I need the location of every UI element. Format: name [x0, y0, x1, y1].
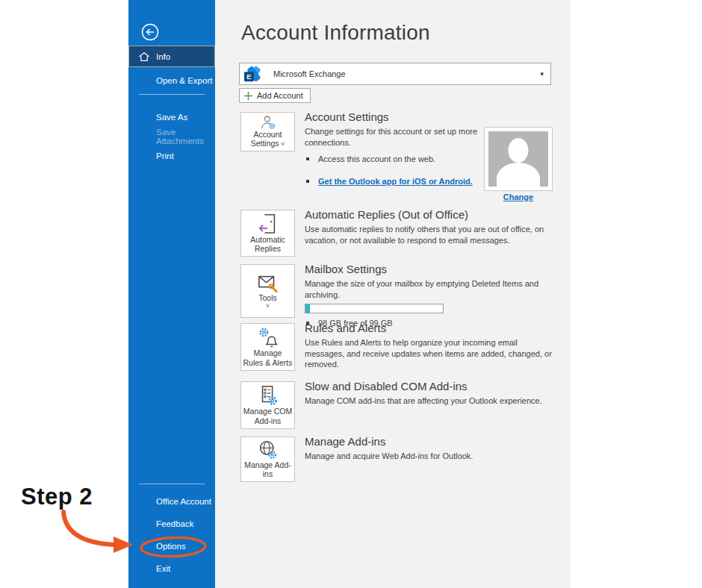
storage-progress-fill [305, 304, 310, 313]
annotation-arrow-icon [52, 509, 138, 557]
manage-addins-button[interactable]: Manage Add-ins [240, 437, 295, 482]
plus-icon [244, 92, 252, 100]
exchange-logo-icon: E [243, 65, 263, 83]
account-settings-button[interactable]: Account Settings ˅ [240, 112, 295, 151]
svg-text:E: E [246, 73, 251, 81]
rules-alerts-icon [257, 326, 279, 348]
section-body: Use automatic replies to notify others t… [305, 224, 559, 245]
chevron-down-icon: ˅ [266, 303, 270, 310]
section-body: Change settings for this account or set … [305, 126, 482, 148]
section-heading: Account Settings [305, 110, 482, 123]
card-label: Tools [258, 293, 277, 303]
sidebar-item-save-as[interactable]: Save As [128, 108, 215, 126]
chevron-down-icon: ˅ [279, 140, 285, 148]
web-addins-icon [257, 440, 279, 460]
sidebar-item-exit[interactable]: Exit [128, 560, 215, 578]
home-icon [138, 51, 150, 62]
automatic-replies-icon [257, 213, 279, 235]
sidebar-item-label: Open & Export [156, 76, 212, 85]
mailbox-storage-bar [305, 304, 444, 313]
account-dropdown-value: Microsoft Exchange [273, 69, 346, 78]
automatic-replies-button[interactable]: Automatic Replies [240, 210, 295, 257]
square-bullet-icon [306, 180, 309, 183]
manage-com-addins-button[interactable]: Manage COM Add-ins [240, 381, 295, 429]
bullet-item: Access this account on the web. [305, 154, 482, 163]
get-outlook-app-link[interactable]: Get the Outlook app for iOS or Android. [318, 177, 473, 186]
sidebar-item-label: Options [156, 542, 186, 551]
section-heading: Mailbox Settings [305, 263, 559, 275]
change-photo-link[interactable]: Change [503, 193, 533, 201]
sidebar-item-label: Save As [156, 113, 187, 122]
page-title: Account Information [241, 21, 430, 45]
sidebar-item-feedback[interactable]: Feedback [128, 515, 215, 533]
square-bullet-icon [306, 157, 309, 160]
backstage-content: Account Information E Microsoft Exchange… [215, 0, 571, 588]
section-heading: Rules and Alerts [305, 322, 559, 334]
sidebar-item-label: Exit [156, 564, 170, 573]
backstage-sidebar: Info Open & Export Save As Save Attachme… [128, 0, 215, 588]
manage-rules-alerts-button[interactable]: Manage Rules & Alerts [240, 323, 295, 371]
section-heading: Slow and Disabled COM Add-ins [305, 380, 559, 392]
account-settings-icon [256, 115, 280, 130]
avatar [488, 131, 548, 187]
step-annotation-label: Step 2 [21, 484, 93, 510]
mailbox-tools-icon [256, 272, 280, 293]
sidebar-item-label: Print [156, 151, 174, 160]
card-label: Automatic Replies [243, 235, 293, 254]
sidebar-item-print[interactable]: Print [128, 147, 215, 165]
section-heading: Manage Add-ins [305, 435, 559, 448]
sidebar-divider [139, 484, 205, 484]
card-label: Account Settings [251, 130, 282, 148]
tools-button[interactable]: Tools ˅ [240, 264, 295, 318]
profile-photo [484, 127, 553, 191]
sidebar-item-label: Feedback [156, 519, 194, 528]
section-heading: Automatic Replies (Out of Office) [305, 208, 559, 221]
back-button[interactable] [140, 22, 160, 42]
sidebar-item-open-export[interactable]: Open & Export [128, 72, 215, 90]
dropdown-caret-icon: ▾ [540, 70, 544, 78]
card-label: Manage Add-ins [243, 460, 293, 479]
account-selector-dropdown[interactable]: E Microsoft Exchange ▾ [239, 63, 551, 85]
section-body: Manage the size of your mailbox by empty… [305, 278, 559, 300]
com-addins-icon [257, 384, 279, 407]
sidebar-item-label: Save Attachments [156, 128, 215, 146]
sidebar-item-office-account[interactable]: Office Account [128, 492, 215, 510]
section-body: Manage COM add-ins that are affecting yo… [305, 395, 559, 407]
sidebar-divider [139, 94, 205, 95]
sidebar-item-info[interactable]: Info [128, 46, 215, 67]
sidebar-item-label: Info [156, 52, 170, 61]
section-body: Use Rules and Alerts to help organize yo… [305, 337, 559, 370]
outlook-backstage-screenshot: Info Open & Export Save As Save Attachme… [0, 0, 702, 588]
back-arrow-icon [140, 22, 160, 42]
sidebar-item-label: Office Account [156, 497, 211, 506]
card-label: Manage Rules & Alerts [243, 348, 293, 367]
sidebar-item-options[interactable]: Options [128, 537, 215, 555]
section-body: Manage and acquire Web Add-ins for Outlo… [305, 451, 559, 462]
sidebar-item-save-attachments: Save Attachments [128, 128, 215, 146]
add-account-label: Add Account [257, 91, 303, 100]
add-account-button[interactable]: Add Account [239, 88, 311, 103]
bullet-text: Access this account on the web. [318, 154, 435, 163]
card-label: Manage COM Add-ins [243, 407, 293, 425]
bullet-item: Get the Outlook app for iOS or Android. [305, 177, 482, 186]
